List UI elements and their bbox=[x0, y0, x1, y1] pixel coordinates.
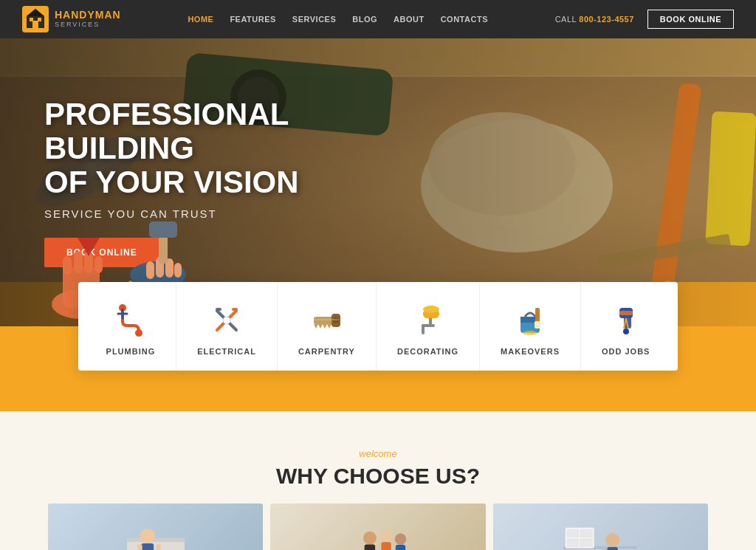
nav-contacts[interactable]: CONTACTS bbox=[441, 15, 488, 24]
plumbing-icon bbox=[113, 303, 148, 338]
services-section-wrapper: PLUMBING ELECTRICAL bbox=[0, 282, 756, 411]
logo-text: HANDYMAN SERVICES bbox=[55, 10, 121, 28]
svg-rect-45 bbox=[216, 308, 221, 311]
svg-rect-91 bbox=[580, 529, 594, 537]
svg-rect-70 bbox=[619, 311, 633, 315]
logo-subtitle: SERVICES bbox=[55, 21, 121, 29]
electrical-icon bbox=[209, 303, 244, 338]
services-row: PLUMBING ELECTRICAL bbox=[0, 282, 756, 371]
svg-rect-93 bbox=[580, 538, 594, 547]
svg-rect-33 bbox=[174, 263, 182, 278]
header-right: CALL 800-123-4557 BOOK ONLINE bbox=[555, 10, 734, 29]
svg-rect-1 bbox=[32, 21, 38, 28]
svg-rect-87 bbox=[608, 547, 618, 550]
carpentry-icon bbox=[309, 303, 344, 338]
svg-rect-63 bbox=[535, 308, 540, 323]
svg-rect-83 bbox=[396, 545, 405, 550]
svg-rect-90 bbox=[567, 529, 580, 537]
odd-jobs-icon bbox=[608, 303, 644, 338]
service-item-odd-jobs[interactable]: ODD JOBS bbox=[581, 282, 670, 371]
svg-marker-48 bbox=[314, 324, 318, 329]
service-item-makeovers[interactable]: MAKEOVERS bbox=[480, 282, 581, 371]
svg-rect-3 bbox=[38, 18, 41, 21]
svg-marker-49 bbox=[318, 324, 323, 329]
nav-about[interactable]: ABOUT bbox=[394, 15, 425, 24]
call-number: 800-123-4557 bbox=[579, 15, 634, 24]
svg-rect-77 bbox=[156, 544, 161, 550]
svg-rect-58 bbox=[422, 324, 425, 334]
main-nav: HOME FEATURES SERVICES BLOG ABOUT CONTAC… bbox=[188, 15, 488, 24]
call-label: CALL 800-123-4557 bbox=[555, 15, 634, 24]
book-online-button-header[interactable]: BOOK ONLINE bbox=[647, 10, 734, 29]
service-item-plumbing[interactable]: PLUMBING bbox=[86, 282, 177, 371]
svg-point-39 bbox=[135, 329, 142, 337]
svg-rect-92 bbox=[567, 538, 580, 547]
why-title: WHY CHOOSE US? bbox=[22, 464, 734, 489]
bottom-image-1 bbox=[48, 503, 263, 550]
service-label-carpentry: CARPENTRY bbox=[298, 347, 355, 356]
svg-point-71 bbox=[623, 329, 629, 334]
svg-rect-81 bbox=[381, 542, 391, 550]
service-item-electrical[interactable]: ELECTRICAL bbox=[176, 282, 278, 371]
svg-rect-64 bbox=[535, 321, 540, 329]
svg-point-80 bbox=[380, 530, 393, 543]
hero-title-line2: OF YOUR VISION bbox=[44, 165, 399, 199]
why-choose-us-section: welcome WHY CHOOSE US? bbox=[0, 411, 756, 550]
nav-services[interactable]: SERVICES bbox=[292, 15, 336, 24]
logo: HANDYMAN SERVICES bbox=[22, 6, 121, 32]
service-label-decorating: DECORATING bbox=[397, 347, 458, 356]
logo-brand: HANDY bbox=[55, 9, 95, 21]
svg-rect-54 bbox=[314, 319, 339, 320]
svg-rect-24 bbox=[74, 251, 83, 273]
decorating-icon bbox=[410, 303, 446, 338]
hero-title: PROFESSIONAL BUILDING OF YOUR VISION bbox=[44, 97, 399, 200]
svg-point-82 bbox=[395, 534, 407, 546]
why-welcome-text: welcome bbox=[22, 448, 734, 459]
svg-rect-75 bbox=[141, 543, 154, 550]
makeovers-icon bbox=[512, 303, 548, 338]
logo-brand-accent: MAN bbox=[95, 9, 121, 21]
svg-rect-23 bbox=[63, 256, 72, 275]
svg-point-65 bbox=[523, 331, 537, 335]
logo-icon bbox=[22, 6, 49, 32]
svg-point-60 bbox=[423, 306, 439, 313]
svg-rect-79 bbox=[365, 545, 375, 550]
bottom-image-3 bbox=[493, 503, 708, 550]
service-label-electrical: ELECTRICAL bbox=[197, 347, 256, 356]
svg-rect-2 bbox=[30, 18, 33, 21]
svg-rect-46 bbox=[232, 308, 238, 311]
nav-features[interactable]: FEATURES bbox=[230, 15, 275, 24]
header: HANDYMAN SERVICES HOME FEATURES SERVICES… bbox=[0, 0, 756, 38]
svg-rect-35 bbox=[149, 221, 177, 238]
svg-rect-76 bbox=[137, 544, 142, 550]
service-label-odd-jobs: ODD JOBS bbox=[602, 347, 650, 356]
services-card: PLUMBING ELECTRICAL bbox=[78, 282, 678, 371]
nav-home[interactable]: HOME bbox=[188, 15, 213, 24]
svg-point-78 bbox=[363, 532, 377, 545]
bottom-images bbox=[22, 489, 734, 550]
svg-point-74 bbox=[140, 529, 155, 543]
svg-rect-26 bbox=[94, 256, 103, 273]
hero-title-line1: PROFESSIONAL BUILDING bbox=[44, 97, 399, 165]
svg-point-44 bbox=[223, 317, 230, 324]
svg-point-86 bbox=[606, 533, 620, 547]
svg-marker-50 bbox=[323, 324, 327, 329]
svg-rect-30 bbox=[146, 261, 154, 279]
bottom-image-2 bbox=[270, 503, 485, 550]
svg-marker-51 bbox=[327, 324, 331, 329]
yellow-spacer bbox=[0, 371, 756, 411]
service-item-carpentry[interactable]: CARPENTRY bbox=[278, 282, 377, 371]
service-label-makeovers: MAKEOVERS bbox=[501, 347, 560, 356]
nav-blog[interactable]: BLOG bbox=[352, 15, 377, 24]
service-label-plumbing: PLUMBING bbox=[106, 347, 156, 356]
svg-rect-73 bbox=[127, 538, 185, 543]
service-item-decorating[interactable]: DECORATING bbox=[377, 282, 480, 371]
